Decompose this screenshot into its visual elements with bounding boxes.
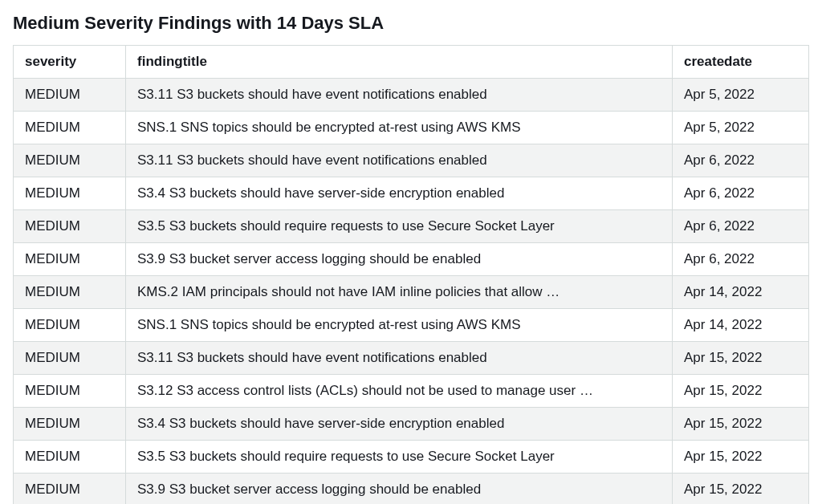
cell-severity: MEDIUM <box>14 408 126 441</box>
cell-severity: MEDIUM <box>14 79 126 112</box>
column-header-severity: severity <box>14 46 126 79</box>
findings-table: severity findingtitle createdate MEDIUMS… <box>13 45 809 504</box>
cell-createdate: Apr 6, 2022 <box>673 144 809 177</box>
cell-severity: MEDIUM <box>14 243 126 276</box>
cell-createdate: Apr 6, 2022 <box>673 243 809 276</box>
cell-createdate: Apr 14, 2022 <box>673 309 809 342</box>
cell-findingtitle: S3.9 S3 bucket server access logging sho… <box>126 474 673 505</box>
cell-findingtitle: S3.11 S3 buckets should have event notif… <box>126 79 673 112</box>
cell-severity: MEDIUM <box>14 210 126 243</box>
table-row: MEDIUMS3.9 S3 bucket server access loggi… <box>14 243 809 276</box>
table-row: MEDIUMS3.4 S3 buckets should have server… <box>14 408 809 441</box>
cell-findingtitle: SNS.1 SNS topics should be encrypted at-… <box>126 309 673 342</box>
cell-severity: MEDIUM <box>14 112 126 144</box>
cell-severity: MEDIUM <box>14 441 126 474</box>
cell-severity: MEDIUM <box>14 342 126 375</box>
cell-findingtitle: S3.11 S3 buckets should have event notif… <box>126 342 673 375</box>
cell-createdate: Apr 15, 2022 <box>673 441 809 474</box>
cell-findingtitle: KMS.2 IAM principals should not have IAM… <box>126 276 673 309</box>
cell-severity: MEDIUM <box>14 177 126 210</box>
cell-createdate: Apr 6, 2022 <box>673 210 809 243</box>
table-row: MEDIUMS3.9 S3 bucket server access loggi… <box>14 474 809 505</box>
table-row: MEDIUMSNS.1 SNS topics should be encrypt… <box>14 309 809 342</box>
cell-createdate: Apr 15, 2022 <box>673 408 809 441</box>
column-header-findingtitle: findingtitle <box>126 46 673 79</box>
cell-findingtitle: S3.5 S3 buckets should require requests … <box>126 441 673 474</box>
cell-findingtitle: S3.5 S3 buckets should require requests … <box>126 210 673 243</box>
cell-severity: MEDIUM <box>14 375 126 408</box>
table-header-row: severity findingtitle createdate <box>14 46 809 79</box>
cell-createdate: Apr 14, 2022 <box>673 276 809 309</box>
cell-severity: MEDIUM <box>14 276 126 309</box>
table-row: MEDIUMS3.5 S3 buckets should require req… <box>14 441 809 474</box>
cell-createdate: Apr 5, 2022 <box>673 79 809 112</box>
cell-createdate: Apr 15, 2022 <box>673 342 809 375</box>
cell-findingtitle: S3.9 S3 bucket server access logging sho… <box>126 243 673 276</box>
table-row: MEDIUMKMS.2 IAM principals should not ha… <box>14 276 809 309</box>
table-row: MEDIUMS3.11 S3 buckets should have event… <box>14 144 809 177</box>
cell-findingtitle: SNS.1 SNS topics should be encrypted at-… <box>126 112 673 144</box>
cell-createdate: Apr 15, 2022 <box>673 375 809 408</box>
cell-findingtitle: S3.12 S3 access control lists (ACLs) sho… <box>126 375 673 408</box>
table-row: MEDIUMSNS.1 SNS topics should be encrypt… <box>14 112 809 144</box>
page-title: Medium Severity Findings with 14 Days SL… <box>13 13 809 34</box>
cell-severity: MEDIUM <box>14 144 126 177</box>
cell-createdate: Apr 6, 2022 <box>673 177 809 210</box>
cell-findingtitle: S3.4 S3 buckets should have server-side … <box>126 177 673 210</box>
table-row: MEDIUMS3.11 S3 buckets should have event… <box>14 79 809 112</box>
table-row: MEDIUMS3.11 S3 buckets should have event… <box>14 342 809 375</box>
cell-severity: MEDIUM <box>14 474 126 505</box>
cell-findingtitle: S3.11 S3 buckets should have event notif… <box>126 144 673 177</box>
table-row: MEDIUMS3.5 S3 buckets should require req… <box>14 210 809 243</box>
cell-severity: MEDIUM <box>14 309 126 342</box>
cell-createdate: Apr 5, 2022 <box>673 112 809 144</box>
column-header-createdate: createdate <box>673 46 809 79</box>
table-row: MEDIUMS3.4 S3 buckets should have server… <box>14 177 809 210</box>
table-row: MEDIUMS3.12 S3 access control lists (ACL… <box>14 375 809 408</box>
cell-createdate: Apr 15, 2022 <box>673 474 809 505</box>
cell-findingtitle: S3.4 S3 buckets should have server-side … <box>126 408 673 441</box>
